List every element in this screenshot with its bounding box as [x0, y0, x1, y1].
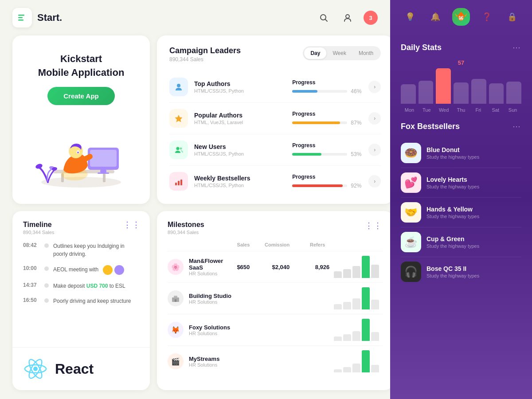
user-icon[interactable] — [340, 10, 356, 26]
ms-cat-3: HR Solutions — [189, 331, 262, 336]
milestones-table-header: Sales Comission Refers — [168, 242, 383, 251]
new-users-tags: HTML/CSS/JS, Python — [194, 151, 292, 156]
progress-bar-1 — [292, 90, 347, 93]
svg-rect-9 — [103, 173, 106, 182]
bs-item-5[interactable]: 🎧 Bose QC 35 II Study the highway types — [401, 257, 521, 286]
bestsellers-title: Fox Bestsellers — [401, 122, 460, 131]
bs-desc-2: Study the highway types — [426, 184, 521, 189]
bs-name-1: Blue Donut — [426, 146, 521, 153]
sidebar-icon-help[interactable]: ❓ — [478, 8, 496, 26]
sidebar-top-icons: 💡 🔔 ❓ 🔒 — [390, 0, 532, 34]
ms-row-1: 🌸 Man&Flower SaaS HR Solutions $650 $2,0… — [168, 251, 383, 283]
timeline-menu[interactable]: ⋮⋮ — [123, 220, 141, 230]
row-chevron-4[interactable]: › — [368, 175, 381, 188]
react-card: React — [12, 347, 150, 390]
campaign-row-weekly: Weekly Bestsellers HTML/CSS/JS, Python P… — [169, 166, 381, 197]
bestsellers-menu[interactable]: ⋯ — [512, 121, 521, 131]
svg-point-17 — [78, 152, 79, 153]
weekly-name: Weekly Bestsellers — [194, 175, 292, 182]
logo-icon — [12, 8, 32, 27]
progress-pct-1: 46% — [351, 88, 363, 94]
sidebar-icon-bell[interactable]: 🔔 — [426, 8, 444, 26]
bs-desc-1: Study the highway types — [426, 154, 521, 160]
progress-label-1: Progress — [292, 79, 363, 86]
milestones-card: Milestones 890,344 Sales ⋮⋮ Sales Comiss… — [157, 211, 393, 390]
progress-bar-3 — [292, 153, 347, 156]
row-chevron-3[interactable]: › — [368, 144, 381, 156]
bs-item-3[interactable]: 🤝 Hands & Yellow Study the highway types — [401, 198, 521, 227]
text-4: Poorly driving and keep structure — [53, 297, 139, 305]
new-users-name: New Users — [194, 143, 292, 150]
bar-thu — [454, 82, 469, 104]
svg-rect-34 — [175, 299, 176, 302]
bs-name-4: Cup & Green — [426, 235, 521, 243]
milestones-title: Milestones — [168, 221, 204, 229]
content-grid: Kickstart Mobile Application Create App — [0, 35, 390, 399]
bs-item-2[interactable]: 💕 Lovely Hearts Study the highway types — [401, 168, 521, 198]
day-fri: Fri — [469, 107, 487, 113]
weekly-icon — [169, 172, 188, 191]
bs-desc-4: Study the highway types — [426, 243, 521, 249]
progress-label-4: Progress — [292, 174, 363, 180]
popular-authors-icon — [169, 109, 188, 128]
tab-day[interactable]: Day — [304, 47, 326, 59]
campaign-subtitle: 890,344 Sales — [169, 56, 241, 63]
create-app-button[interactable]: Create App — [47, 87, 114, 105]
ms-chart-2 — [334, 287, 383, 309]
campaign-title: Campaign Leaders — [169, 46, 241, 55]
row-chevron-2[interactable]: › — [368, 112, 381, 125]
svg-rect-0 — [18, 15, 24, 16]
kickstart-card: Kickstart Mobile Application Create App — [12, 35, 150, 204]
ms-refers-1: 8,926 — [303, 264, 329, 270]
svg-point-41 — [459, 17, 460, 18]
col-sales: Sales — [227, 242, 250, 247]
sidebar-icon-bulb[interactable]: 💡 — [401, 8, 419, 26]
time-2: 10:00 — [23, 265, 40, 271]
dot-2 — [44, 266, 49, 271]
timeline-subtitle: 890,344 Sales — [23, 230, 139, 235]
milestones-header: Milestones 890,344 Sales ⋮⋮ — [168, 221, 383, 235]
daily-stats-menu[interactable]: ⋯ — [512, 43, 521, 52]
day-wed: Wed — [435, 107, 453, 113]
progress-label-2: Progress — [292, 111, 363, 117]
svg-point-3 — [321, 15, 326, 20]
notification-badge[interactable]: 3 — [364, 11, 378, 25]
progress-pct-2: 87% — [351, 120, 363, 126]
bars-row — [401, 68, 521, 104]
search-icon[interactable] — [316, 10, 332, 26]
bs-item-4[interactable]: ☕ Cup & Green Study the highway types — [401, 227, 521, 257]
ms-name-4: MyStreams — [189, 356, 262, 362]
new-users-icon — [169, 141, 188, 159]
sidebar-icon-lock[interactable]: 🔒 — [503, 8, 521, 26]
ms-cat-1: HR Solutions — [189, 271, 223, 276]
bar-sun — [506, 82, 521, 104]
kickstart-illustration — [30, 117, 132, 188]
timeline-card: Timeline 890,344 Sales ⋮⋮ 08:42 Outlines… — [12, 211, 150, 390]
day-sun: Sun — [504, 107, 521, 113]
sidebar-icon-fox[interactable] — [452, 8, 470, 26]
header-icons: 3 — [316, 10, 378, 26]
ms-row-4: 🎬 MyStreams HR Solutions — [168, 346, 383, 377]
dot-1 — [44, 243, 49, 248]
svg-rect-11 — [90, 150, 117, 167]
daily-stats-section: Daily Stats ⋯ 57 Mon Tue Wed Thu Fri Sat — [390, 34, 532, 121]
svg-marker-22 — [175, 115, 183, 122]
campaign-row-popular-authors: Popular Authors HTML, VueJS, Laravel Pro… — [169, 103, 381, 134]
tab-month[interactable]: Month — [352, 47, 379, 59]
daily-stats-title: Daily Stats — [401, 43, 442, 52]
dot-3 — [44, 283, 49, 288]
progress-pct-4: 92% — [351, 183, 363, 189]
bar-fri — [471, 79, 486, 104]
milestones-subtitle: 890,344 Sales — [168, 230, 204, 235]
tab-week[interactable]: Week — [326, 47, 352, 59]
bar-sat — [489, 83, 504, 104]
bar-wed — [436, 68, 451, 104]
ms-chart-4 — [334, 350, 383, 372]
svg-marker-36 — [455, 13, 458, 17]
milestones-menu[interactable]: ⋮⋮ — [365, 221, 383, 231]
svg-marker-37 — [465, 13, 467, 17]
bs-item-1[interactable]: 🍩 Blue Donut Study the highway types — [401, 138, 521, 168]
ms-chart-1 — [334, 256, 383, 278]
logo-text: Start. — [37, 12, 62, 23]
row-chevron-1[interactable]: › — [368, 81, 381, 93]
